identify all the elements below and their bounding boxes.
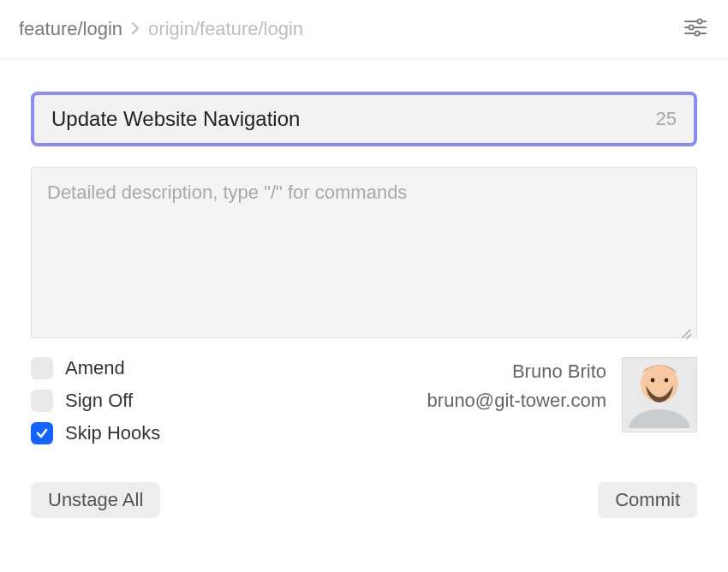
svg-point-8 bbox=[641, 365, 678, 402]
skip-hooks-checkbox[interactable]: Skip Hooks bbox=[31, 422, 160, 444]
commit-panel: 25 Amend Sign Off Skip bbox=[0, 59, 728, 537]
author-name: Bruno Brito bbox=[427, 360, 606, 383]
remote-branch-name[interactable]: origin/feature/login bbox=[148, 18, 303, 40]
avatar-icon bbox=[622, 357, 697, 432]
unstage-all-button[interactable]: Unstage All bbox=[31, 482, 160, 518]
svg-point-9 bbox=[651, 378, 655, 383]
commit-subject-input[interactable] bbox=[51, 107, 646, 131]
amend-label: Amend bbox=[65, 357, 125, 379]
checkbox-icon bbox=[31, 390, 53, 412]
chevron-right-icon bbox=[131, 21, 140, 39]
svg-point-5 bbox=[695, 31, 699, 35]
commit-button[interactable]: Commit bbox=[598, 482, 697, 518]
svg-point-10 bbox=[665, 378, 669, 383]
commit-actions: Unstage All Commit bbox=[31, 482, 697, 518]
skip-hooks-label: Skip Hooks bbox=[65, 422, 160, 444]
sliders-icon bbox=[684, 18, 707, 40]
commit-options: Amend Sign Off Skip Hooks bbox=[31, 357, 160, 444]
checkbox-checked-icon bbox=[31, 422, 53, 444]
sign-off-checkbox[interactable]: Sign Off bbox=[31, 390, 160, 412]
header-bar: feature/login origin/feature/login bbox=[0, 0, 728, 59]
checkbox-icon bbox=[31, 357, 53, 379]
commit-options-row: Amend Sign Off Skip Hooks Bruno Brito br… bbox=[31, 357, 697, 444]
author-avatar[interactable] bbox=[622, 357, 697, 432]
author-block: Bruno Brito bruno@git-tower.com bbox=[427, 357, 697, 444]
svg-point-3 bbox=[689, 25, 693, 29]
commit-subject-field[interactable]: 25 bbox=[31, 92, 697, 146]
svg-point-1 bbox=[697, 19, 701, 23]
amend-checkbox[interactable]: Amend bbox=[31, 357, 160, 379]
local-branch-name[interactable]: feature/login bbox=[19, 18, 122, 40]
commit-description-field bbox=[31, 167, 697, 342]
subject-char-count: 25 bbox=[656, 108, 677, 130]
author-email: bruno@git-tower.com bbox=[427, 390, 606, 412]
breadcrumb: feature/login origin/feature/login bbox=[19, 18, 303, 40]
sign-off-label: Sign Off bbox=[65, 390, 133, 412]
commit-description-input[interactable] bbox=[31, 167, 697, 338]
settings-button[interactable] bbox=[682, 15, 709, 43]
